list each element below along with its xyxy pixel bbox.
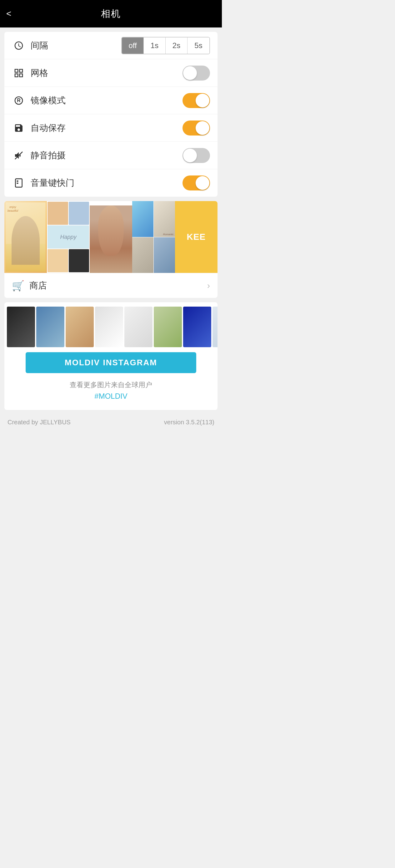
interval-btn-5s[interactable]: 5s <box>188 37 209 54</box>
promo-img-content-5: KEE <box>175 201 218 273</box>
autosave-toggle-knob <box>196 121 209 135</box>
promo-img-3 <box>90 201 132 273</box>
interval-btn-2s[interactable]: 2s <box>166 37 188 54</box>
mirror-toggle[interactable] <box>182 93 210 108</box>
footer-credit: Created by JELLYBUS <box>7 419 70 426</box>
header: < 相机 <box>0 0 222 28</box>
footer-version: version 3.5.2(113) <box>164 419 215 426</box>
promo-banner: enjoybeautiful Happy <box>4 201 218 298</box>
volume-toggle-knob <box>196 176 209 190</box>
insta-thumb-4 <box>95 307 123 347</box>
grid-icon <box>12 66 26 80</box>
promo-img-content-1: enjoybeautiful <box>4 201 47 273</box>
insta-thumb-1 <box>7 307 35 347</box>
grid-label: 网格 <box>31 67 182 79</box>
grid-toggle[interactable] <box>182 66 210 81</box>
instagram-hashtag[interactable]: #MOLDIV <box>4 390 218 402</box>
autosave-icon <box>12 121 26 135</box>
instagram-section: MOLDIV INSTAGRAM 查看更多图片来自全球用户 #MOLDIV <box>4 302 218 410</box>
svg-rect-4 <box>17 181 18 182</box>
svg-rect-5 <box>17 183 18 184</box>
instagram-sub-text: 查看更多图片来自全球用户 #MOLDIV <box>4 379 218 402</box>
interval-row: 间隔 off 1s 2s 5s <box>4 32 218 59</box>
interval-btn-off[interactable]: off <box>122 37 144 54</box>
store-label: 商店 <box>29 280 207 291</box>
autosave-toggle[interactable] <box>182 121 210 135</box>
silent-row: 静音拍摄 <box>4 142 218 169</box>
mirror-row: R 镜像模式 <box>4 87 218 114</box>
store-arrow-icon: › <box>207 281 210 291</box>
mirror-label: 镜像模式 <box>31 95 182 106</box>
insta-thumb-2 <box>36 307 64 347</box>
insta-thumb-7 <box>183 307 211 347</box>
promo-img-4: Romantic <box>132 201 175 273</box>
mirror-toggle-knob <box>196 94 209 107</box>
svg-rect-3 <box>15 179 22 187</box>
instagram-scroll <box>4 302 218 352</box>
insta-thumb-8 <box>213 307 218 347</box>
promo-img-5: KEE <box>175 201 218 273</box>
store-row[interactable]: 🛒 商店 › <box>4 273 218 298</box>
volume-label: 音量键快门 <box>31 177 182 189</box>
autosave-row: 自动保存 <box>4 114 218 142</box>
grid-row: 网格 <box>4 59 218 87</box>
promo-img-content-3 <box>90 206 132 273</box>
footer: Created by JELLYBUS version 3.5.2(113) <box>0 410 222 435</box>
promo-img-1: enjoybeautiful <box>4 201 47 273</box>
instagram-button[interactable]: MOLDIV INSTAGRAM <box>26 352 196 373</box>
promo-img-2: Happy <box>47 201 89 273</box>
insta-thumb-5 <box>124 307 152 347</box>
silent-label: 静音拍摄 <box>31 150 182 161</box>
interval-btn-1s[interactable]: 1s <box>144 37 166 54</box>
insta-thumb-6 <box>154 307 182 347</box>
insta-thumb-3 <box>66 307 94 347</box>
promo-img-content-4: Romantic <box>132 201 175 273</box>
interval-label: 间隔 <box>31 40 121 52</box>
promo-images-strip: enjoybeautiful Happy <box>4 201 218 273</box>
back-button[interactable]: < <box>6 9 11 19</box>
interval-selector[interactable]: off 1s 2s 5s <box>121 37 210 54</box>
mirror-icon: R <box>12 94 26 107</box>
settings-card: 间隔 off 1s 2s 5s 网格 R 镜像模式 <box>4 32 218 197</box>
autosave-label: 自动保存 <box>31 122 182 134</box>
page-title: 相机 <box>101 7 121 20</box>
svg-text:R: R <box>17 98 21 103</box>
volume-toggle[interactable] <box>182 176 210 190</box>
volume-row: 音量键快门 <box>4 169 218 197</box>
grid-toggle-knob <box>183 66 197 80</box>
silent-toggle-knob <box>183 149 197 162</box>
promo-img-content-2: Happy <box>47 201 89 273</box>
silent-toggle[interactable] <box>182 148 210 163</box>
silent-icon <box>12 149 26 162</box>
store-icon: 🛒 <box>12 280 24 291</box>
volume-icon <box>12 176 26 190</box>
interval-icon <box>12 39 26 53</box>
